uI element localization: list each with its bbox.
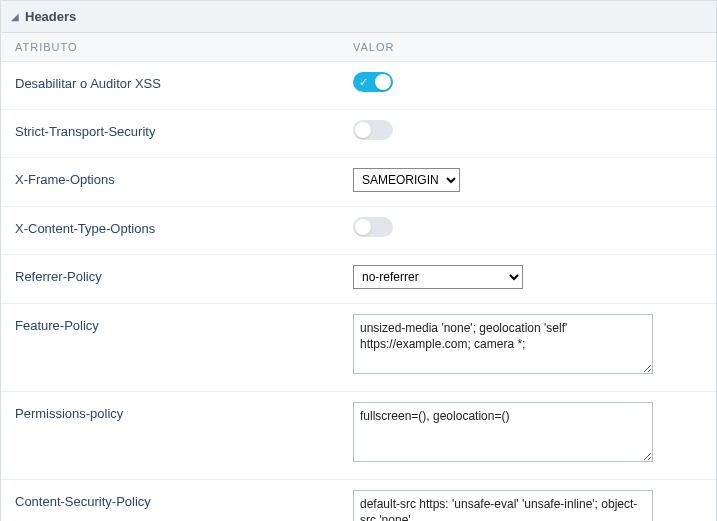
column-value-label: VALOR	[353, 41, 702, 53]
check-icon: ✓	[359, 75, 368, 89]
attr-label: Feature-Policy	[15, 314, 353, 333]
column-attribute-label: ATRIBUTO	[15, 41, 353, 53]
attr-label: Desabilitar o Auditor XSS	[15, 72, 353, 91]
row-x-content-type-options: X-Content-Type-Options	[1, 207, 716, 255]
attr-label: Content-Security-Policy	[15, 490, 353, 509]
row-disable-xss-auditor: Desabilitar o Auditor XSS ✓	[1, 62, 716, 110]
columns-header: ATRIBUTO VALOR	[1, 33, 716, 62]
attr-label: Permissions-policy	[15, 402, 353, 421]
panel-title: Headers	[25, 9, 76, 24]
row-referrer-policy: Referrer-Policy no-referrer	[1, 255, 716, 304]
textarea-feature-policy[interactable]	[353, 314, 653, 374]
toggle-x-content-type-options[interactable]	[353, 217, 393, 237]
row-strict-transport-security: Strict-Transport-Security	[1, 110, 716, 158]
textarea-permissions-policy[interactable]	[353, 402, 653, 462]
attr-label: X-Content-Type-Options	[15, 217, 353, 236]
attr-label: X-Frame-Options	[15, 168, 353, 187]
select-referrer-policy[interactable]: no-referrer	[353, 265, 523, 289]
row-feature-policy: Feature-Policy	[1, 304, 716, 392]
toggle-disable-xss-auditor[interactable]: ✓	[353, 72, 393, 92]
textarea-content-security-policy[interactable]	[353, 490, 653, 521]
panel-header[interactable]: ◢ Headers	[1, 1, 716, 33]
select-x-frame-options[interactable]: SAMEORIGIN	[353, 168, 460, 192]
attr-label: Strict-Transport-Security	[15, 120, 353, 139]
attr-label: Referrer-Policy	[15, 265, 353, 284]
row-content-security-policy: Content-Security-Policy	[1, 480, 716, 521]
row-permissions-policy: Permissions-policy	[1, 392, 716, 480]
headers-panel: ◢ Headers ATRIBUTO VALOR Desabilitar o A…	[0, 0, 717, 521]
toggle-strict-transport-security[interactable]	[353, 120, 393, 140]
row-x-frame-options: X-Frame-Options SAMEORIGIN	[1, 158, 716, 207]
collapse-caret-icon: ◢	[11, 11, 19, 22]
